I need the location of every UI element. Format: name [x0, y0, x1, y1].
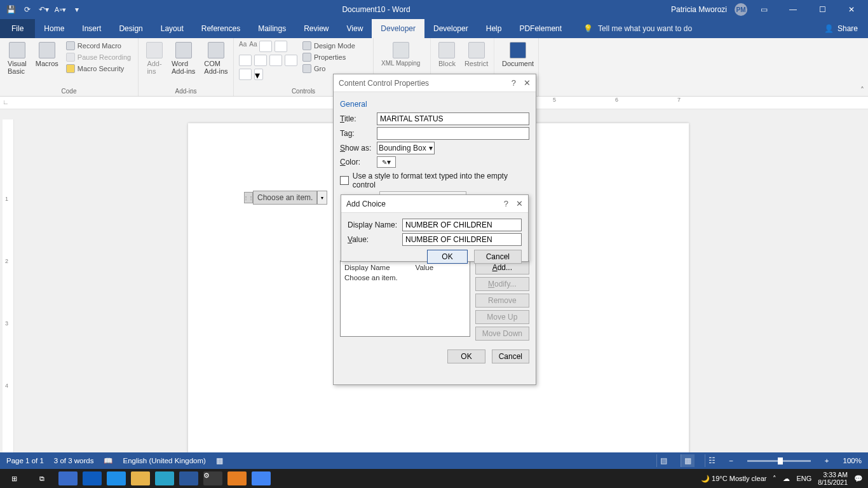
zoom-in-button[interactable]: +	[825, 457, 829, 464]
ccp-title-input[interactable]	[377, 112, 529, 125]
close-button[interactable]: ✕	[839, 0, 864, 19]
status-page[interactable]: Page 1 of 1	[6, 457, 44, 464]
tray-notifications-icon[interactable]: 💬	[854, 475, 863, 483]
tray-clock[interactable]: 3:33 AM 8/15/2021	[818, 471, 848, 486]
tab-developer-active[interactable]: Developer	[372, 19, 424, 38]
group-button[interactable]: Gro	[301, 64, 356, 74]
macro-security-button[interactable]: Macro Security	[65, 64, 132, 74]
user-name[interactable]: Patricia Mworozi	[671, 5, 727, 14]
properties-label: Properties	[314, 53, 346, 61]
ccp-close-icon[interactable]: ✕	[524, 78, 531, 88]
tab-mailings[interactable]: Mailings	[249, 19, 295, 38]
xml-mapping-button[interactable]: XML Mapping	[379, 41, 423, 68]
tab-help[interactable]: Help	[477, 19, 511, 38]
taskbar-app-5[interactable]	[155, 471, 174, 485]
view-print-icon[interactable]: ▦	[681, 454, 695, 467]
addchoice-display-input[interactable]	[402, 219, 522, 231]
view-read-icon[interactable]: ▤	[656, 454, 670, 467]
tray-chevron-icon[interactable]: ˄	[773, 475, 776, 483]
share-button[interactable]: 👤 Share	[814, 19, 868, 38]
ccp-tag-input[interactable]	[377, 127, 529, 140]
ccp-title-label: Title:	[340, 114, 377, 123]
taskbar-app-settings[interactable]: ⚙	[203, 471, 222, 485]
maximize-button[interactable]: ☐	[810, 0, 835, 19]
view-web-icon[interactable]: ☷	[705, 454, 719, 467]
content-control[interactable]: ⋮⋮ Choose an item. ▾	[244, 191, 327, 205]
document-template-button[interactable]: Document	[499, 41, 536, 69]
restrict-editing-button[interactable]: Restrict	[462, 41, 491, 69]
tab-insert[interactable]: Insert	[73, 19, 110, 38]
ccp-usestyle-checkbox[interactable]	[340, 176, 349, 185]
word-addins-button[interactable]: Word Add-ins	[169, 41, 198, 76]
addchoice-cancel-button[interactable]: Cancel	[474, 250, 522, 264]
ribbon-mode-icon[interactable]: ▭	[751, 0, 776, 19]
font-size-icon[interactable]: A»▾	[56, 5, 65, 14]
status-proofing-icon[interactable]: 📖	[104, 456, 112, 465]
taskbar-app-word[interactable]	[179, 471, 198, 485]
addchoice-value-input[interactable]	[402, 233, 522, 246]
tray-onedrive-icon[interactable]: ☁	[783, 475, 790, 483]
controls-gallery[interactable]: AaAa ▾	[239, 41, 297, 80]
start-button[interactable]: ⊞	[0, 469, 28, 488]
ccp-cancel-button[interactable]: Cancel	[492, 349, 529, 363]
com-addins-button[interactable]: COM Add-ins	[201, 41, 230, 76]
zoom-level[interactable]: 100%	[843, 457, 862, 464]
tab-file[interactable]: File	[0, 19, 35, 38]
tab-pdfelement[interactable]: PDFelement	[510, 19, 571, 38]
block-label: Block	[438, 60, 456, 67]
tab-developer-2[interactable]: Developer	[424, 19, 477, 38]
taskview-button[interactable]: ⧉	[28, 469, 56, 488]
macros-button[interactable]: Macros	[33, 41, 61, 69]
ccp-color-picker[interactable]: ✎ ▾	[377, 156, 396, 168]
status-language[interactable]: English (United Kingdom)	[123, 457, 205, 464]
addins-button[interactable]: Add- ins	[144, 41, 165, 76]
tab-review[interactable]: Review	[295, 19, 337, 38]
tab-layout[interactable]: Layout	[152, 19, 193, 38]
addchoice-ok-button[interactable]: OK	[427, 250, 467, 264]
undo-icon[interactable]: ↶▾	[39, 5, 48, 14]
ccp-ddl-listbox[interactable]: Display Name Value Choose an item.	[340, 261, 470, 337]
qat-more-icon[interactable]: ▾	[72, 5, 81, 14]
status-words[interactable]: 3 of 3 words	[54, 457, 94, 464]
zoom-slider[interactable]	[747, 460, 811, 462]
tab-view[interactable]: View	[338, 19, 372, 38]
avatar[interactable]: PM	[735, 3, 747, 16]
cc-dropdown-icon[interactable]: ▾	[317, 191, 327, 205]
block-authors-button[interactable]: Block	[436, 41, 458, 69]
zoom-out-button[interactable]: −	[729, 457, 733, 464]
cc-handle-icon[interactable]: ⋮⋮	[244, 192, 253, 203]
status-macro-icon[interactable]: ▦	[216, 456, 223, 465]
collapse-ribbon-icon[interactable]: ˄	[860, 86, 864, 95]
design-mode-button[interactable]: Design Mode	[301, 41, 356, 51]
visual-basic-label: Visual Basic	[8, 60, 27, 75]
addchoice-close-icon[interactable]: ✕	[516, 199, 523, 208]
minimize-button[interactable]: —	[780, 0, 806, 19]
weather-widget[interactable]: 🌙 19°C Mostly clear	[701, 475, 766, 483]
record-macro-button[interactable]: Record Macro	[65, 41, 132, 51]
save-icon[interactable]: 💾	[6, 5, 15, 14]
addchoice-help-icon[interactable]: ?	[504, 199, 508, 208]
addchoice-value-label: Value:	[348, 235, 402, 244]
tray-date: 8/15/2021	[818, 478, 848, 486]
visual-basic-button[interactable]: Visual Basic	[5, 41, 29, 76]
tray-lang[interactable]: ENG	[796, 475, 811, 482]
cc-placeholder[interactable]: Choose an item.	[253, 191, 317, 205]
properties-button[interactable]: Properties	[301, 52, 356, 62]
tab-references[interactable]: References	[193, 19, 249, 38]
tab-home[interactable]: Home	[35, 19, 73, 38]
ccp-showas-select[interactable]: Bounding Box ▾	[377, 142, 435, 154]
taskbar-app-3[interactable]	[107, 471, 126, 485]
taskbar-app-chrome[interactable]	[252, 471, 271, 485]
taskbar-app-4[interactable]	[131, 471, 150, 485]
tab-design[interactable]: Design	[110, 19, 151, 38]
taskbar-app-1[interactable]	[58, 471, 78, 485]
ccp-ok-button[interactable]: OK	[447, 349, 485, 363]
tell-me[interactable]: 💡 Tell me what you want to do	[571, 19, 692, 38]
taskbar-app-vlc[interactable]	[227, 471, 247, 485]
ccp-help-icon[interactable]: ?	[512, 78, 516, 88]
ccp-dd-row0[interactable]: Choose an item.	[344, 274, 466, 281]
refresh-icon[interactable]: ⟳	[23, 5, 32, 14]
taskbar-app-2[interactable]	[83, 471, 102, 485]
ruler-vertical[interactable]: 1 2 3 4	[3, 119, 14, 452]
weather-label: 19°C Mostly clear	[712, 475, 766, 482]
